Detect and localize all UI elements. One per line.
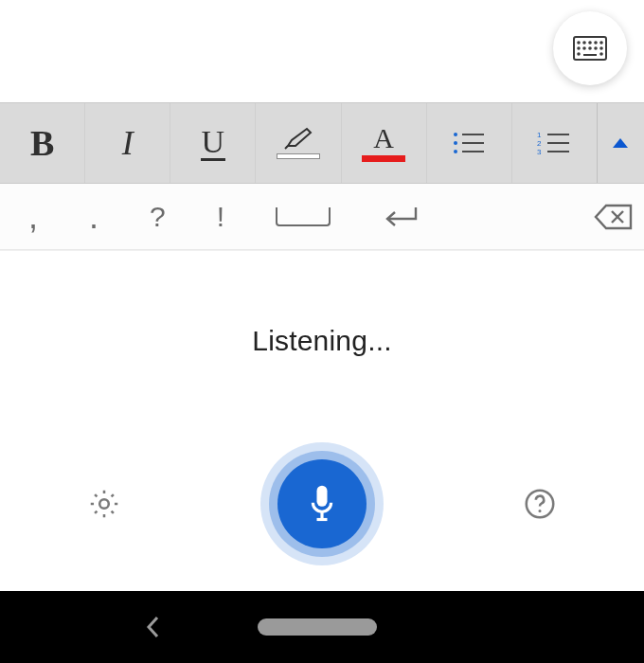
svg-point-34 xyxy=(539,510,542,512)
collapse-toolbar-button[interactable] xyxy=(597,103,644,183)
svg-point-9 xyxy=(589,47,591,49)
svg-point-3 xyxy=(583,42,585,44)
document-area xyxy=(0,0,644,102)
formatting-toolbar: B I U A xyxy=(0,102,644,184)
highlight-button[interactable] xyxy=(255,103,340,183)
numbered-list-button[interactable]: 1 2 3 xyxy=(511,103,597,183)
font-color-icon: A xyxy=(362,124,405,162)
svg-point-16 xyxy=(454,141,457,145)
font-color-swatch xyxy=(362,155,405,162)
enter-icon xyxy=(382,204,420,230)
period-button[interactable]: . xyxy=(89,197,98,237)
nav-back-button[interactable] xyxy=(144,614,163,640)
svg-line-14 xyxy=(285,146,288,149)
exclamation-button[interactable]: ! xyxy=(217,201,224,233)
caret-up-icon xyxy=(613,138,628,148)
italic-button[interactable]: I xyxy=(84,103,170,183)
bold-button[interactable]: B xyxy=(0,103,84,183)
svg-text:1: 1 xyxy=(537,131,542,139)
voice-status-label: Listening... xyxy=(252,325,392,357)
keyboard-icon xyxy=(573,36,607,61)
highlight-icon xyxy=(277,127,320,159)
system-nav-bar xyxy=(0,591,644,663)
svg-point-13 xyxy=(600,53,602,55)
font-color-button[interactable]: A xyxy=(341,103,426,183)
mic-core xyxy=(277,459,367,548)
underline-button[interactable]: U xyxy=(170,103,255,183)
punctuation-toolbar: , . ? ! xyxy=(0,184,644,250)
gear-icon xyxy=(87,487,121,521)
nav-home-pill[interactable] xyxy=(258,618,377,636)
voice-input-panel: Listening... xyxy=(0,250,644,591)
svg-point-8 xyxy=(583,47,585,49)
enter-button[interactable] xyxy=(382,204,420,230)
svg-point-29 xyxy=(99,499,109,509)
comma-button[interactable]: , xyxy=(28,197,38,237)
highlight-color-swatch xyxy=(277,153,320,159)
spacebar-button[interactable] xyxy=(276,207,331,226)
help-icon xyxy=(523,487,557,521)
svg-point-11 xyxy=(600,47,602,49)
underline-icon: U xyxy=(201,126,226,161)
svg-text:3: 3 xyxy=(537,148,542,156)
svg-point-17 xyxy=(454,150,457,153)
microphone-button[interactable] xyxy=(260,442,384,565)
svg-point-15 xyxy=(454,133,457,136)
svg-point-12 xyxy=(578,53,580,55)
help-button[interactable] xyxy=(523,487,557,521)
microphone-icon xyxy=(306,483,338,525)
numbered-list-icon: 1 2 3 xyxy=(537,130,571,156)
svg-point-10 xyxy=(595,47,597,49)
bullet-list-icon xyxy=(452,130,486,156)
italic-icon: I xyxy=(122,123,134,163)
bullet-list-button[interactable] xyxy=(426,103,511,183)
svg-point-5 xyxy=(595,42,597,44)
back-icon xyxy=(144,614,163,640)
svg-point-4 xyxy=(589,42,591,44)
svg-text:2: 2 xyxy=(537,139,542,148)
backspace-button[interactable] xyxy=(593,203,635,231)
settings-button[interactable] xyxy=(87,487,121,521)
svg-rect-30 xyxy=(317,486,328,507)
backspace-icon xyxy=(593,203,635,231)
svg-point-7 xyxy=(578,47,580,49)
bold-icon: B xyxy=(30,122,54,164)
svg-point-6 xyxy=(600,42,602,44)
question-mark-button[interactable]: ? xyxy=(150,201,166,233)
keyboard-toggle-button[interactable] xyxy=(553,11,627,85)
svg-point-2 xyxy=(578,42,580,44)
